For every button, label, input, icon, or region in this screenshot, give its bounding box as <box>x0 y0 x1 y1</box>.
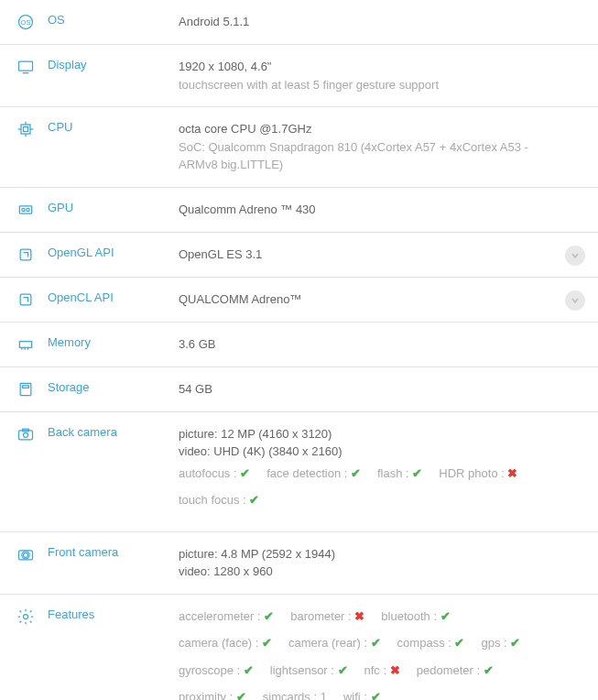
feature-item: simcards : 1 <box>263 688 327 700</box>
os-link[interactable]: OS <box>48 13 65 27</box>
svg-rect-25 <box>19 550 33 559</box>
expand-opencl-icon[interactable] <box>565 290 585 311</box>
opengl-value: OpenGL ES 3.1 <box>179 247 262 261</box>
memory-link[interactable]: Memory <box>48 335 91 349</box>
row-storage: Storage 54 GB <box>0 366 598 411</box>
check-icon: ✔ <box>249 493 259 507</box>
gpu-value: Qualcomm Adreno ™ 430 <box>179 202 316 216</box>
feature-item: camera (rear) : ✔ <box>288 634 381 652</box>
feature-item: face detection : ✔ <box>266 465 361 483</box>
check-icon: ✔ <box>264 609 274 623</box>
features-g1: accelerometer : ✔barometer : ✖bluetooth … <box>179 607 561 626</box>
check-icon: ✔ <box>351 466 361 480</box>
features-link[interactable]: Features <box>48 607 94 621</box>
cpu-sub: SoC: Qualcomm Snapdragon 810 (4xCortex A… <box>179 138 561 174</box>
svg-rect-4 <box>21 125 30 134</box>
row-display: Display 1920 x 1080, 4.6" touchscreen wi… <box>0 45 598 107</box>
features-g4: proximity : ✔simcards : 1wifi : ✔ <box>179 688 561 700</box>
svg-point-26 <box>24 552 28 557</box>
check-icon: ✔ <box>371 690 381 700</box>
opengl-icon <box>16 246 35 264</box>
svg-point-28 <box>24 614 28 618</box>
frontcam-link[interactable]: Front camera <box>48 545 118 559</box>
feature-item: gps : ✔ <box>481 634 520 652</box>
feature-item: flash : ✔ <box>377 465 422 483</box>
feature-item: lightsensor : ✔ <box>270 662 348 680</box>
gpu-icon <box>16 201 35 219</box>
feature-item: nfc : ✖ <box>364 662 400 680</box>
spec-table: OS OS Android 5.1.1 Display 1920 x 1080,… <box>0 0 598 700</box>
cross-icon: ✖ <box>390 663 400 677</box>
frontcam-line2: video: 1280 x 960 <box>179 563 561 581</box>
svg-rect-21 <box>23 385 29 388</box>
display-sub: touchscreen with at least 5 finger gestu… <box>179 76 561 94</box>
storage-value: 54 GB <box>179 382 212 396</box>
row-features: Features accelerometer : ✔barometer : ✖b… <box>0 594 598 700</box>
opencl-link[interactable]: OpenCL API <box>48 290 114 304</box>
check-icon: ✔ <box>244 663 254 677</box>
feature-item: accelerometer : ✔ <box>179 607 274 626</box>
check-icon: ✔ <box>454 636 464 650</box>
frontcam-icon <box>16 545 35 563</box>
feature-item: HDR photo : ✖ <box>439 465 517 483</box>
svg-rect-14 <box>20 294 31 305</box>
feature-item: proximity : ✔ <box>179 688 246 700</box>
backcam-icon <box>16 425 35 443</box>
os-value: Android 5.1.1 <box>179 15 249 28</box>
memory-value: 3.6 GB <box>179 337 215 351</box>
check-icon: ✔ <box>510 636 520 650</box>
feature-item: pedometer : ✔ <box>417 662 494 680</box>
feature-item: touch focus : ✔ <box>179 491 259 509</box>
expand-opengl-icon[interactable] <box>565 246 585 266</box>
feature-item: gyroscope : ✔ <box>179 662 254 680</box>
gpu-link[interactable]: GPU <box>48 201 73 214</box>
feature-item: barometer : ✖ <box>290 607 364 626</box>
svg-rect-5 <box>24 127 28 132</box>
display-icon <box>16 58 35 76</box>
features-g3: gyroscope : ✔lightsensor : ✔nfc : ✖pedom… <box>179 662 561 680</box>
check-icon: ✔ <box>371 636 381 650</box>
row-opengl: OpenGL API OpenGL ES 3.1 <box>0 232 598 277</box>
check-icon: ✔ <box>338 663 348 677</box>
cross-icon: ✖ <box>507 466 517 480</box>
feature-item: compass : ✔ <box>397 634 465 652</box>
os-icon: OS <box>16 13 35 31</box>
row-memory: Memory 3.6 GB <box>0 322 598 366</box>
cpu-link[interactable]: CPU <box>48 120 72 134</box>
check-icon: ✔ <box>440 609 451 623</box>
display-value: 1920 x 1080, 4.6" <box>179 58 561 76</box>
svg-rect-22 <box>19 430 33 439</box>
storage-link[interactable]: Storage <box>48 380 90 394</box>
display-link[interactable]: Display <box>48 58 87 71</box>
features-icon <box>16 607 35 626</box>
feature-item: wifi : ✔ <box>343 688 381 700</box>
svg-point-23 <box>24 432 28 437</box>
row-opencl: OpenCL API QUALCOMM Adreno™ <box>0 277 598 322</box>
svg-point-11 <box>22 208 25 211</box>
opengl-link[interactable]: OpenGL API <box>48 246 114 259</box>
backcam-line2: video: UHD (4K) (3840 x 2160) <box>179 443 561 461</box>
svg-text:OS: OS <box>21 18 31 27</box>
cross-icon: ✖ <box>354 609 364 623</box>
backcam-link[interactable]: Back camera <box>48 425 117 439</box>
row-cpu: CPU octa core CPU @1.7GHz SoC: Qualcomm … <box>0 107 598 188</box>
backcam-feats-1: autofocus : ✔face detection : ✔flash : ✔… <box>179 465 561 483</box>
feature-item: autofocus : ✔ <box>179 465 250 483</box>
backcam-line1: picture: 12 MP (4160 x 3120) <box>179 425 561 443</box>
check-icon: ✔ <box>484 663 494 677</box>
row-os: OS OS Android 5.1.1 <box>0 0 598 45</box>
svg-rect-15 <box>19 341 31 347</box>
check-icon: ✔ <box>240 466 250 480</box>
memory-icon <box>16 335 35 354</box>
opencl-icon <box>16 290 35 309</box>
row-frontcam: Front camera picture: 4.8 MP (2592 x 194… <box>0 531 598 594</box>
cpu-icon <box>16 120 35 138</box>
svg-rect-13 <box>20 249 31 260</box>
features-g2: camera (face) : ✔camera (rear) : ✔compas… <box>179 634 561 652</box>
feature-item: camera (face) : ✔ <box>179 634 272 652</box>
check-icon: ✔ <box>262 636 272 650</box>
svg-point-12 <box>27 208 29 211</box>
feature-item: bluetooth : ✔ <box>381 607 450 626</box>
check-icon: ✔ <box>412 466 422 480</box>
row-backcam: Back camera picture: 12 MP (4160 x 3120)… <box>0 411 598 531</box>
